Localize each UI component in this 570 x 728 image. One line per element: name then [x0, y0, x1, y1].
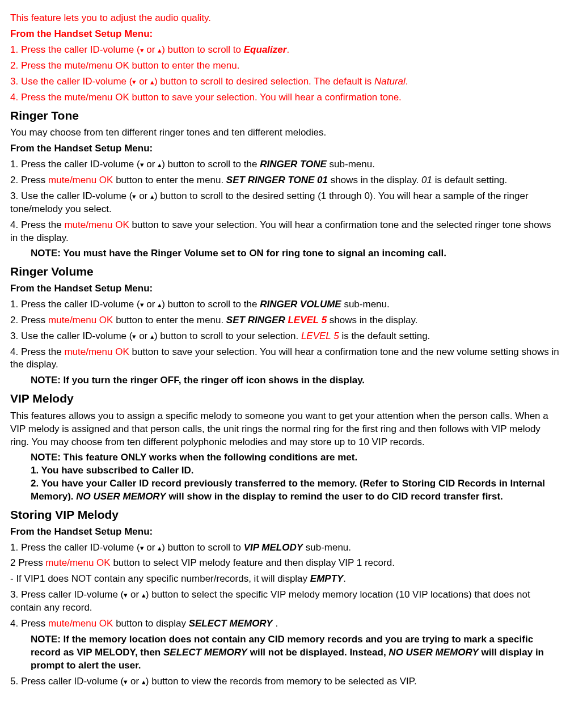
- up-arrow-icon: [142, 589, 146, 600]
- text: or: [144, 542, 158, 553]
- vip-melody-intro: This features allows you to assign a spe…: [10, 410, 560, 449]
- button-ref: mute/menu OK: [48, 618, 113, 629]
- text: or: [128, 676, 142, 687]
- text: is the default setting.: [339, 331, 430, 341]
- button-ref: mute/menu OK: [48, 315, 113, 325]
- text: ) button to scroll to desired selection.…: [154, 76, 374, 87]
- down-arrow-icon: [140, 159, 144, 170]
- text: .: [273, 618, 278, 629]
- target: Equalizer: [244, 44, 287, 55]
- text: 1. Press the caller ID-volume (: [10, 299, 140, 310]
- text: sub-menu.: [327, 159, 375, 170]
- down-arrow-icon: [140, 44, 144, 55]
- ringer-volume-step1: 1. Press the caller ID-volume ( or ) but…: [10, 298, 560, 311]
- text: 3. Press caller ID-volume (: [10, 589, 124, 600]
- ringer-tone-menu-heading: From the Handset Setup Menu:: [10, 142, 560, 155]
- equalizer-intro: This feature lets you to adjust the audi…: [10, 12, 560, 25]
- ringer-tone-intro: You may choose from ten different ringer…: [10, 126, 560, 139]
- storing-vip-step2: 2 Press mute/menu OK button to select VI…: [10, 557, 560, 570]
- down-arrow-icon: [140, 299, 144, 310]
- ringer-tone-step3: 3. Use the caller ID-volume ( or ) butto…: [10, 190, 560, 216]
- ringer-tone-step2: 2. Press mute/menu OK button to enter th…: [10, 174, 560, 187]
- text: 2 Press: [10, 557, 45, 568]
- display: SELECT MEMORY: [163, 647, 247, 658]
- text: 1. Press the caller ID-volume (: [10, 159, 140, 170]
- display: EMPTY: [310, 573, 344, 584]
- storing-vip-step5: 5. Press caller ID-volume ( or ) button …: [10, 675, 560, 688]
- text: button to select VIP melody feature and …: [111, 557, 395, 568]
- text: .: [343, 573, 346, 584]
- text: button to enter the menu.: [113, 315, 226, 325]
- text: sub-menu.: [341, 299, 390, 310]
- ringer-tone-step4: 4. Press the mute/menu OK button to save…: [10, 219, 560, 245]
- display: SELECT MEMORY: [189, 618, 273, 629]
- ringer-volume-menu-heading: From the Handset Setup Menu:: [10, 282, 560, 295]
- text: 1. Press the caller ID-volume (: [10, 44, 140, 55]
- display-a: SET RINGER: [226, 315, 288, 325]
- text: is default setting.: [432, 175, 507, 185]
- text: .: [286, 44, 289, 55]
- ringer-volume-step3: 3. Use the caller ID-volume ( or ) butto…: [10, 330, 560, 343]
- text: ) button to scroll to: [162, 44, 244, 55]
- text: 4. Press the: [10, 219, 64, 230]
- ringer-tone-heading: Ringer Tone: [10, 108, 560, 124]
- ringer-volume-step2: 2. Press mute/menu OK button to enter th…: [10, 314, 560, 327]
- display: SET RINGER TONE 01: [226, 175, 328, 185]
- text: button to display: [113, 618, 188, 629]
- display: NO USER MEMORY: [76, 491, 166, 502]
- up-arrow-icon: [150, 191, 154, 201]
- note-1: 1. You have subscribed to Caller ID.: [31, 464, 560, 477]
- equalizer-step3: 3. Use the caller ID-volume ( or ) butto…: [10, 75, 560, 88]
- equalizer-step2: 2. Press the mute/menu OK button to ente…: [10, 60, 560, 73]
- text: 3. Use the caller ID-volume (: [10, 76, 132, 87]
- up-arrow-icon: [150, 76, 154, 87]
- text: or: [128, 589, 142, 600]
- text: ) button to scroll to your selection.: [154, 331, 301, 341]
- text: 4. Press the: [10, 346, 64, 357]
- text: shows in the display.: [328, 175, 421, 185]
- target: RINGER VOLUME: [260, 299, 341, 310]
- text: ) button to scroll to the: [162, 299, 260, 310]
- button-ref: mute/menu OK: [64, 219, 129, 230]
- ringer-volume-step4: 4. Press the mute/menu OK button to save…: [10, 346, 560, 372]
- text: 2. Press: [10, 175, 48, 185]
- display-b: LEVEL 5: [288, 315, 327, 325]
- text: will show in the display to remind the u…: [166, 491, 503, 502]
- text: shows in the display.: [327, 315, 417, 325]
- storing-vip-heading: Storing VIP Melody: [10, 507, 560, 523]
- text: - If VIP1 does NOT contain any specific …: [10, 573, 310, 584]
- text: or: [144, 299, 158, 310]
- default: 01: [421, 175, 432, 185]
- text: 1. Press the caller ID-volume (: [10, 542, 140, 553]
- storing-vip-note: NOTE: If the memory location does not co…: [31, 633, 560, 672]
- text: or: [136, 191, 150, 201]
- default: LEVEL 5: [301, 331, 339, 341]
- display: NO USER MEMORY: [389, 647, 478, 658]
- note-intro: NOTE: This feature ONLY works when the f…: [31, 451, 560, 464]
- text: 3. Use the caller ID-volume (: [10, 331, 132, 341]
- target: VIP MELODY: [244, 542, 303, 553]
- button-ref: mute/menu OK: [45, 557, 110, 568]
- text: 5. Press caller ID-volume (: [10, 676, 124, 687]
- button-ref: mute/menu OK: [48, 175, 113, 185]
- storing-vip-menu-heading: From the Handset Setup Menu:: [10, 526, 560, 539]
- storing-vip-dash: - If VIP1 does NOT contain any specific …: [10, 573, 560, 586]
- button-ref: mute/menu OK: [64, 346, 129, 357]
- default: Natural: [374, 76, 406, 87]
- vip-melody-heading: VIP Melody: [10, 391, 560, 407]
- text: or: [144, 159, 158, 170]
- down-arrow-icon: [140, 542, 144, 553]
- equalizer-step1: 1. Press the caller ID-volume ( or ) but…: [10, 44, 560, 57]
- text: sub-menu.: [303, 542, 351, 553]
- ringer-volume-heading: Ringer Volume: [10, 264, 560, 280]
- ringer-tone-step1: 1. Press the caller ID-volume ( or ) but…: [10, 158, 560, 171]
- note-2: 2. You have your Caller ID record previo…: [31, 477, 560, 503]
- target: RINGER TONE: [260, 159, 327, 170]
- text: ) button to scroll to the: [162, 159, 260, 170]
- text: or: [136, 331, 150, 341]
- equalizer-menu-heading: From the Handset Setup Menu:: [10, 28, 560, 41]
- text: ) button to scroll to: [162, 542, 244, 553]
- ringer-tone-note: NOTE: You must have the Ringer Volume se…: [31, 247, 560, 260]
- text: or: [136, 76, 150, 87]
- text: ) button to view the records from memory…: [146, 676, 417, 687]
